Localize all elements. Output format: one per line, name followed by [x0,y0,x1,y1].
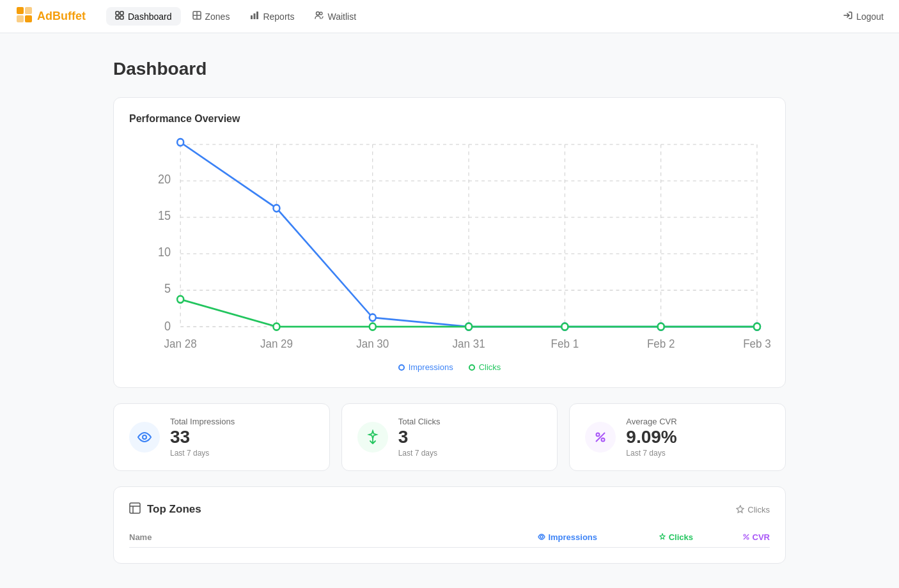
svg-point-55 [754,323,760,330]
svg-point-57 [597,433,600,436]
svg-rect-13 [256,12,258,19]
chart-legend: Impressions Clicks [129,362,770,372]
impressions-icon-wrap [129,422,160,453]
svg-line-59 [596,433,605,442]
impressions-col-icon [538,533,545,541]
dashboard-icon [115,11,124,22]
svg-text:Feb 2: Feb 2 [647,337,675,350]
table-header: Name Impressions Clicks CVR [129,527,770,548]
page-title: Dashboard [113,59,786,79]
svg-point-50 [273,323,279,330]
clicks-col-icon [659,533,666,541]
reports-icon [250,11,259,22]
svg-point-53 [561,323,568,330]
eye-icon [137,429,152,445]
col-impressions: Impressions [482,532,597,542]
logout-icon [843,11,852,22]
svg-rect-60 [130,503,140,513]
top-zones-action[interactable]: Clicks [736,505,770,514]
svg-text:20: 20 [158,173,171,187]
svg-point-49 [177,296,184,303]
stat-card-clicks: Total Clicks 3 Last 7 days [341,403,558,471]
svg-text:0: 0 [164,319,171,333]
svg-text:Feb 3: Feb 3 [743,337,771,350]
zones-section-icon [129,502,141,517]
col-clicks: Clicks [597,532,693,542]
chart-title: Performance Overview [129,113,770,125]
svg-text:Feb 1: Feb 1 [551,337,579,350]
svg-rect-11 [251,15,253,19]
svg-point-15 [320,12,322,15]
svg-point-51 [370,323,376,330]
svg-rect-4 [116,12,119,15]
col-name: Name [129,532,482,542]
svg-rect-3 [25,15,32,22]
top-zones-card: Top Zones Clicks Name Impressions Clicks [113,486,786,564]
svg-rect-12 [254,13,256,19]
stat-card-impressions: Total Impressions 33 Last 7 days [113,403,330,471]
legend-impressions: Impressions [398,362,453,372]
svg-point-52 [465,323,472,330]
nav-item-zones[interactable]: Zones [184,7,239,26]
svg-text:10: 10 [158,245,171,259]
legend-clicks: Clicks [469,362,501,372]
svg-text:Jan 29: Jan 29 [260,337,293,350]
stat-cvr-info: Average CVR 9.09% Last 7 days [626,417,676,458]
top-zones-title: Top Zones [129,502,201,517]
svg-text:15: 15 [158,209,171,223]
svg-line-66 [744,534,749,539]
stat-clicks-info: Total Clicks 3 Last 7 days [398,417,441,458]
svg-text:Jan 31: Jan 31 [453,337,485,350]
svg-point-56 [143,435,146,439]
nav-item-waitlist[interactable]: Waitlist [306,7,365,26]
svg-point-64 [744,534,746,536]
svg-point-54 [658,323,664,330]
col-cvr: CVR [693,532,770,542]
logo-icon [15,6,33,27]
legend-impressions-dot [398,364,405,371]
clicks-icon [365,429,380,445]
stat-card-cvr: Average CVR 9.09% Last 7 days [569,403,786,471]
svg-point-14 [317,12,320,15]
top-zones-header: Top Zones Clicks [129,502,770,517]
clicks-filter-icon [736,505,745,514]
svg-rect-7 [120,16,123,19]
svg-point-58 [602,438,605,441]
svg-rect-6 [116,16,119,19]
svg-text:5: 5 [164,282,171,296]
chart-area: .grid-line { stroke: #ccc; stroke-width:… [129,137,770,355]
svg-rect-0 [17,7,24,14]
cvr-col-icon [742,533,750,541]
svg-point-44 [370,314,376,321]
nav-items: Dashboard Zones Reports Waitlist [106,7,843,26]
svg-rect-2 [17,15,24,22]
svg-point-63 [540,536,543,538]
svg-point-42 [177,139,184,146]
svg-text:Jan 30: Jan 30 [356,337,389,350]
navbar: AdBuffet Dashboard Zones Reports Waitl [0,0,899,33]
clicks-icon-wrap [357,422,388,453]
svg-point-43 [273,205,279,212]
cvr-icon-wrap [585,422,616,453]
nav-item-dashboard[interactable]: Dashboard [106,7,181,26]
chart-svg: .grid-line { stroke: #ccc; stroke-width:… [129,137,770,355]
svg-rect-1 [25,7,32,14]
logout-button[interactable]: Logout [843,11,884,22]
waitlist-icon [315,11,324,22]
performance-chart-card: Performance Overview .grid-line { stroke… [113,97,786,388]
zones-icon [192,11,201,22]
nav-item-reports[interactable]: Reports [241,7,303,26]
svg-rect-5 [120,12,123,15]
page: Dashboard Performance Overview .grid-lin… [98,33,801,588]
stats-grid: Total Impressions 33 Last 7 days Total C… [113,403,786,471]
legend-clicks-dot [469,364,475,371]
logo: AdBuffet [15,6,86,27]
stat-impressions-info: Total Impressions 33 Last 7 days [170,417,235,458]
svg-point-65 [747,538,749,539]
logo-text: AdBuffet [37,10,86,23]
svg-text:Jan 28: Jan 28 [164,337,197,350]
percent-icon [593,429,608,445]
